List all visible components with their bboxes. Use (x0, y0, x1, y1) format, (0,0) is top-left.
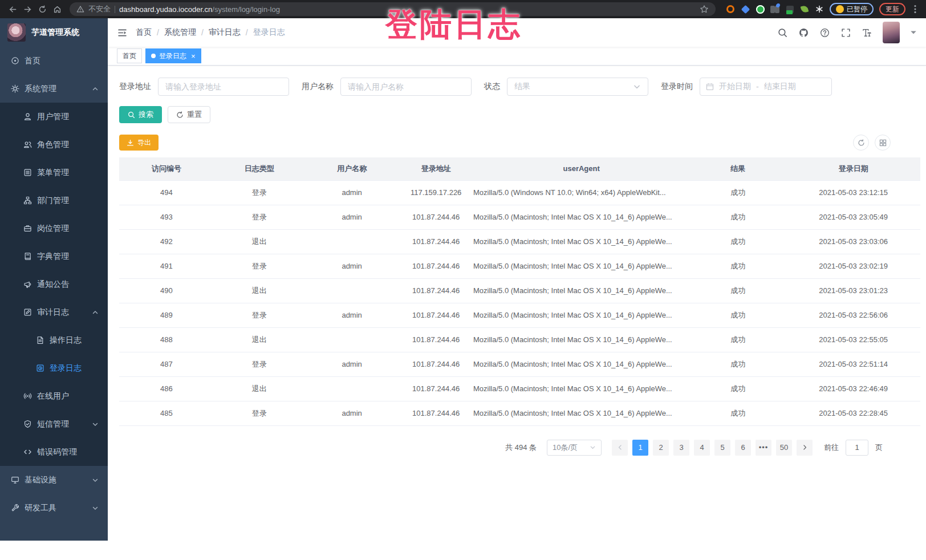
page-button[interactable]: 2 (653, 440, 669, 456)
sidebar-item[interactable]: 角色管理 (0, 131, 108, 159)
bookmark-star-icon[interactable] (700, 5, 709, 14)
close-icon[interactable]: × (191, 52, 196, 60)
prev-page-button[interactable] (612, 440, 628, 456)
table-cell: 登录 (214, 180, 305, 205)
page-button[interactable]: 1 (632, 440, 648, 456)
paused-badge[interactable]: 已暂停 (830, 3, 874, 15)
sidebar-item[interactable]: 部门管理 (0, 186, 108, 214)
sidebar-item[interactable]: 在线用户 (0, 382, 108, 410)
sidebar-item-label: 岗位管理 (37, 224, 99, 234)
view-tag[interactable]: 登录日志× (145, 48, 201, 63)
page-ellipsis[interactable]: ••• (756, 440, 771, 456)
sidebar-item[interactable]: 菜单管理 (0, 159, 108, 186)
extension-icon[interactable] (815, 5, 824, 14)
sidebar-item[interactable]: 首页 (0, 47, 108, 75)
table-cell: 2021-05-03 22:55:05 (786, 327, 920, 352)
filter-actions: 搜索 重置 (119, 106, 920, 123)
back-icon[interactable] (6, 3, 19, 15)
page-button[interactable]: 3 (673, 440, 689, 456)
login-address-input[interactable] (165, 82, 282, 91)
sidebar-item[interactable]: 系统管理 (0, 75, 108, 103)
table-cell: 117.159.17.226 (399, 180, 473, 205)
page-button[interactable]: 50 (776, 440, 792, 456)
browser-menu-icon[interactable] (910, 4, 920, 14)
calendar-icon (706, 83, 714, 91)
view-tag-label: 登录日志 (159, 51, 186, 61)
logo-image (7, 23, 26, 42)
breadcrumb-item[interactable]: 首页 (136, 27, 152, 38)
github-icon[interactable] (798, 27, 809, 38)
table-cell (305, 327, 399, 352)
extension-icon[interactable] (726, 5, 735, 14)
extension-icon[interactable] (770, 5, 779, 14)
goto-page-input[interactable] (846, 440, 868, 456)
page-button[interactable]: 4 (694, 440, 710, 456)
sidebar-item[interactable]: 岗位管理 (0, 214, 108, 242)
column-settings-button[interactable] (875, 135, 891, 151)
sidebar-item-label: 登录日志 (50, 363, 99, 374)
export-button[interactable]: 导出 (119, 135, 159, 151)
reload-icon[interactable] (35, 3, 49, 15)
sidebar-item[interactable]: 字典管理 (0, 242, 108, 270)
sidebar-item[interactable]: 通知公告 (0, 270, 108, 298)
table-cell: 101.87.244.46 (399, 205, 473, 229)
table-cell: 487 (119, 352, 214, 376)
home-icon[interactable] (50, 3, 64, 15)
sidebar-item[interactable]: 短信管理 (0, 410, 108, 438)
table-cell: Mozilla/5.0 (Macintosh; Intel Mac OS X 1… (473, 401, 689, 425)
font-size-icon[interactable] (862, 27, 872, 38)
table-cell: Mozilla/5.0 (Macintosh; Intel Mac OS X 1… (473, 303, 689, 327)
table-cell: 101.87.244.46 (399, 229, 473, 254)
extension-icon[interactable] (756, 5, 765, 14)
search-button[interactable]: 搜索 (119, 106, 162, 123)
extension-icon[interactable] (800, 5, 809, 14)
fullscreen-icon[interactable] (840, 27, 851, 38)
emoji-face-icon (836, 5, 844, 13)
sidebar-item-label: 研发工具 (25, 503, 87, 513)
sidebar-item-login-log[interactable]: 登录日志 (0, 354, 108, 382)
sidebar-item[interactable]: 基础设施 (0, 466, 108, 494)
username-input[interactable] (348, 82, 464, 91)
sidebar-item[interactable]: 研发工具 (0, 494, 108, 522)
chevron-down-icon (633, 83, 641, 91)
sidebar-item[interactable]: 用户管理 (0, 103, 108, 131)
goto-label: 前往 (824, 443, 839, 453)
table-cell: 登录 (214, 205, 305, 229)
page-button[interactable]: 5 (714, 440, 730, 456)
page-button[interactable]: 6 (735, 440, 751, 456)
reset-button[interactable]: 重置 (168, 106, 210, 123)
breadcrumb-item[interactable]: 系统管理 (164, 27, 196, 38)
app-logo[interactable]: 芋道管理系统 (0, 18, 108, 47)
table-row: 493登录admin101.87.244.46Mozilla/5.0 (Maci… (119, 205, 920, 229)
end-date-placeholder: 结束日期 (764, 82, 796, 92)
chevron-down-icon[interactable] (910, 29, 917, 36)
hamburger-icon[interactable] (117, 27, 128, 38)
avatar[interactable] (883, 22, 900, 43)
table-cell: 489 (119, 303, 214, 327)
sidebar-item[interactable]: 错误码管理 (0, 438, 108, 466)
sidebar-item[interactable]: 审计日志 (0, 298, 108, 326)
login-time-range-picker[interactable]: 开始日期 - 结束日期 (700, 78, 832, 96)
filter-form: 登录地址 用户名称 状态 结果 登录时间 (119, 78, 920, 96)
update-button[interactable]: 更新 (879, 3, 905, 15)
extension-icon[interactable] (785, 5, 794, 14)
forward-icon[interactable] (21, 3, 34, 15)
extension-icon[interactable] (741, 5, 750, 14)
refresh-table-button[interactable] (853, 135, 869, 151)
table-cell: admin (305, 352, 399, 376)
sidebar-item-label: 字典管理 (37, 251, 99, 262)
next-page-button[interactable] (797, 440, 813, 456)
breadcrumb-item[interactable]: 审计日志 (209, 27, 241, 38)
pagination-total: 共 494 条 (505, 443, 537, 453)
search-icon[interactable] (777, 27, 788, 38)
address-bar[interactable]: 不安全 dashboard.yudao.iocoder.cn/system/lo… (70, 2, 716, 16)
org-tree-icon (23, 196, 32, 205)
search-icon (128, 111, 135, 119)
page-size-select[interactable]: 10条/页 (547, 440, 602, 456)
sidebar-item[interactable]: 操作日志 (0, 326, 108, 354)
status-select[interactable]: 结果 (507, 78, 648, 96)
table-cell: 493 (119, 205, 214, 229)
table-cell: 101.87.244.46 (399, 327, 473, 352)
view-tag[interactable]: 首页 (117, 48, 142, 63)
help-icon[interactable] (819, 27, 830, 38)
